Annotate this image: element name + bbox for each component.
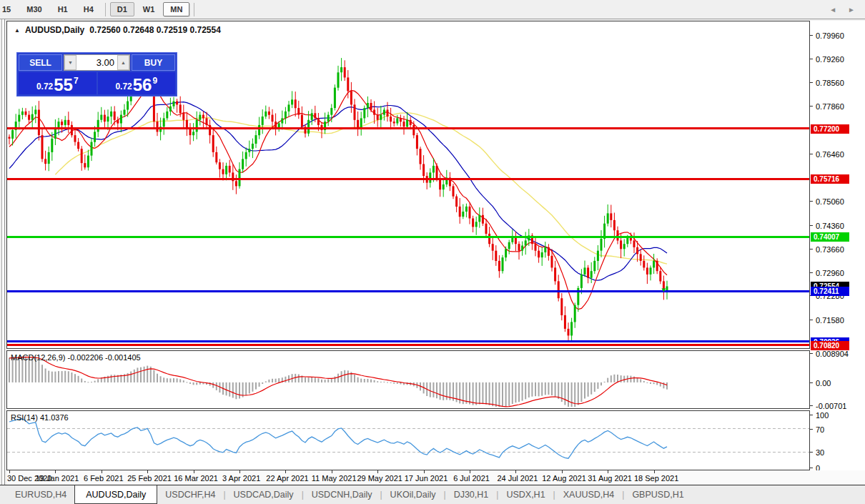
tabs-scroll-right-icon[interactable]: ► (848, 6, 855, 14)
date-tick (377, 470, 378, 473)
axis-tick (810, 452, 813, 453)
date-tick (102, 470, 102, 473)
axis-tick (810, 272, 813, 273)
window-left-frame (0, 19, 6, 485)
chart-window: ▲ AUDUSD,Daily 0.72560 0.72648 0.72519 0… (6, 21, 865, 485)
date-axis-label: 11 May 2021 (312, 474, 357, 483)
date-axis-label: 24 Jul 2021 (497, 474, 538, 483)
date-tick (332, 470, 332, 473)
chart-tab-usdchf[interactable]: USDCHF,H4 (157, 485, 223, 504)
date-tick (608, 470, 608, 473)
chart-tab-audusd[interactable]: AUDUSD,Daily (74, 485, 157, 504)
macd-axis-label: 0.008904 (816, 350, 849, 358)
price-axis-label: 0.75060 (816, 197, 844, 206)
volume-decrease-icon[interactable]: ▼ (64, 55, 76, 70)
chart-tab-usdx[interactable]: USDX,H1 (498, 485, 553, 504)
date-tick (654, 470, 655, 473)
sell-price-pip: 7 (74, 76, 79, 86)
volume-increase-icon[interactable]: ▲ (117, 55, 129, 70)
date-tick (9, 470, 10, 473)
date-axis-label: 16 Mar 2021 (174, 474, 218, 483)
date-axis-label: 29 May 2021 (357, 474, 402, 483)
date-axis-label: 19 Jan 2021 (36, 474, 79, 483)
chart-tab-ukoil[interactable]: UKOil,Daily (382, 485, 444, 504)
chart-tab-eurusd[interactable]: EURUSD,H4 (7, 485, 74, 504)
axis-tick (810, 225, 813, 226)
collapse-chart-icon[interactable]: ▲ (14, 27, 20, 34)
timeframe-button-w1[interactable]: W1 (136, 2, 162, 16)
price-axis-label: 0.77860 (816, 102, 844, 111)
chart-tab-usdcnh[interactable]: USDCNH,Daily (304, 485, 380, 504)
date-axis-label: 3 Apr 2021 (222, 474, 260, 483)
hline-price-badge: 0.72411 (811, 287, 849, 296)
timeframe-toolbar: 15M30H1H4D1W1MN (0, 0, 865, 19)
volume-input[interactable] (76, 55, 117, 70)
timeframe-button-h4[interactable]: H4 (76, 2, 101, 16)
price-axis-label: 0.74360 (816, 222, 844, 230)
price-axis-label: 0.78560 (816, 79, 844, 87)
buy-price-display[interactable]: 0.72 56 9 (98, 72, 176, 94)
sell-price-prefix: 0.72 (36, 79, 53, 94)
macd-axis-label: -0.00701 (816, 402, 846, 410)
axis-tick (810, 429, 813, 430)
rsi-chart (7, 411, 809, 470)
date-tick (194, 470, 194, 473)
rsi-pane: RSI(14) 41.0376 (6, 410, 810, 470)
date-tick (285, 470, 286, 473)
date-tick (55, 470, 56, 473)
toolbar-separator (105, 3, 106, 16)
axis-tick (810, 201, 813, 202)
hline-price-badge: 0.70820 (811, 341, 849, 350)
buy-price-pip: 9 (152, 76, 157, 86)
timeframe-button-d1[interactable]: D1 (110, 2, 134, 16)
date-axis-label: 12 Aug 2021 (542, 474, 586, 483)
price-axis-label: 0.73660 (816, 245, 844, 254)
date-axis-label: 18 Sep 2021 (634, 474, 678, 483)
axis-tick (810, 154, 813, 154)
chart-tab-usdcad[interactable]: USDCAD,Daily (226, 485, 302, 504)
chart-tab-dj30[interactable]: DJ30,H1 (446, 485, 497, 504)
date-axis-label: 22 Apr 2021 (266, 474, 308, 483)
date-tick (424, 470, 425, 473)
one-click-trade-widget: SELL ▼ ▲ BUY 0.72 55 7 0.72 56 9 (16, 52, 177, 97)
buy-button[interactable]: BUY (132, 54, 175, 71)
axis-tick (810, 353, 813, 354)
price-axis: 0.799600.792600.785600.778600.764600.750… (810, 21, 865, 470)
chart-tab-bar: EURUSD,H4AUDUSD,DailyUSDCHF,H4|USDCAD,Da… (0, 485, 865, 504)
timeframe-button-m30[interactable]: M30 (19, 2, 49, 16)
tabs-scroll-left-icon[interactable]: ◄ (829, 6, 836, 14)
macd-pane: MACD(12,26,9) -0.002206 -0.001405 (6, 350, 810, 409)
ohlc-values: 0.72560 0.72648 0.72519 0.72554 (89, 25, 221, 35)
hline-price-badge: 0.74007 (811, 232, 849, 242)
price-axis-label: 0.79960 (816, 31, 844, 40)
date-axis-label: 6 Jul 2021 (453, 474, 490, 483)
timeframe-button-mn[interactable]: MN (163, 2, 189, 16)
date-axis-label: 31 Aug 2021 (588, 474, 632, 483)
price-axis-label: 0.71580 (816, 316, 844, 325)
price-axis-label: 0.72960 (816, 269, 844, 277)
axis-tick (810, 382, 813, 383)
date-tick (515, 470, 516, 473)
hline-price-badge: 0.77200 (811, 124, 849, 134)
sell-button[interactable]: SELL (19, 54, 62, 71)
chart-tab-gbpusd[interactable]: GBPUSD,H1 (624, 485, 691, 504)
date-tick (562, 470, 563, 473)
timeframe-button-15[interactable]: 15 (0, 2, 18, 16)
volume-spinner: ▼ ▲ (64, 54, 130, 71)
rsi-axis-label: 100 (816, 411, 829, 420)
date-tick (147, 470, 148, 473)
chart-tab-xauusd[interactable]: XAUUSD,H4 (555, 485, 623, 504)
macd-axis-label: 0.00 (816, 379, 831, 387)
sell-price-display[interactable]: 0.72 55 7 (19, 72, 97, 94)
rsi-axis-label: 30 (816, 448, 824, 457)
axis-tick (810, 106, 813, 107)
axis-tick (810, 405, 813, 406)
rsi-indicator-label: RSI(14) 41.0376 (11, 413, 69, 422)
axis-tick (810, 35, 813, 36)
axis-tick (810, 82, 813, 83)
axis-tick (810, 415, 813, 415)
buy-price-prefix: 0.72 (115, 79, 132, 94)
timeframe-button-h1[interactable]: H1 (51, 2, 75, 16)
axis-tick (810, 59, 813, 59)
hline-price-badge: 0.75716 (811, 174, 849, 184)
